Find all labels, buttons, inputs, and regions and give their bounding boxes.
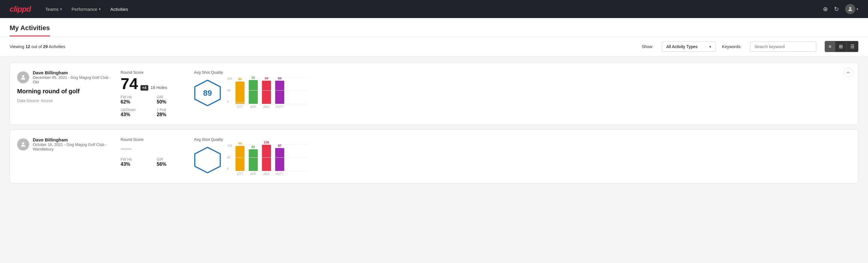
quality-inner: 89 100 50 0 [194,77,308,109]
card-info-2: Dave Billingham October 16, 2021 - Gog M… [17,137,114,176]
x-label-arg: ARG [262,105,271,109]
show-label: Show: [642,44,653,49]
navbar: clippd Teams ▾ Performance ▾ Activities … [0,0,868,18]
card-user-name-2: Dave Billingham [33,137,114,142]
stat-grid-2: FW Hit 43% GIR 56% [121,157,187,167]
bar2-arg-value: 106 [264,141,269,144]
card-round-score-2: Round Score — FW Hit 43% GIR 56% [121,137,187,176]
avatar-chevron: ▾ [857,7,858,11]
hex-container-2 [194,147,221,174]
y-label-100: 100 [227,77,232,80]
search-input[interactable] [750,41,816,52]
score-row-2: — [121,143,187,154]
view-toggle-grid[interactable]: ⊞ [835,41,846,52]
score-value: 74 [121,76,138,91]
card-source: Data Source: Arccos [17,98,114,103]
svg-marker-4 [195,147,220,173]
bar-app-value: 90 [251,76,255,80]
x-label-app: APP [249,105,258,109]
stat-gir: GIR 50% [157,95,187,105]
grid-icon: ⊞ [839,43,843,49]
hex-container: 89 [194,80,221,107]
card-user-row: Dave Billingham December 05, 2021 - Gog … [17,70,114,84]
add-icon[interactable]: ⊕ [823,5,828,12]
card-edit-button[interactable]: ✏ [844,68,853,77]
user-avatar [845,4,856,14]
round-score-label-2: Round Score [121,137,187,142]
page-header: My Activities [0,18,868,37]
edit-icon: ✏ [847,70,850,75]
activity-type-value: All Activity Types [666,44,698,49]
card-shot-quality: Avg Shot Quality 89 100 50 [194,70,308,117]
bar-ott-value: 85 [238,77,242,81]
bar-ott: 85 [236,77,245,104]
viewing-text: Viewing 12 out of 29 Activities [10,44,65,49]
gir-value: 50% [157,99,187,105]
card-user-date-2: October 16, 2021 - Gog Magog Golf Club -… [33,142,114,151]
fw-hit-label: FW Hit [121,95,151,99]
card-info: Dave Billingham December 05, 2021 - Gog … [17,70,114,117]
keywords-label: Keywords: [722,44,741,49]
card-user-row-2: Dave Billingham October 16, 2021 - Gog M… [17,137,114,151]
view-toggles: ≡ ⊞ ☰ [825,41,858,52]
x2-label-app: APP [249,172,258,176]
brand-logo[interactable]: clippd [10,4,31,14]
bar2-app-value: 82 [251,145,255,149]
x2-label-ott: OTT [236,172,245,176]
svg-point-3 [22,142,24,144]
score-value-2: — [121,143,131,154]
bar2-app: 82 [249,145,258,171]
y2-label-0: 0 [227,167,232,171]
1putt-value: 28% [157,112,187,117]
nav-teams-label: Teams [45,7,59,12]
round-score-label: Round Score [121,70,187,75]
list-icon: ☰ [850,43,855,49]
bar2-ott: 94 [236,142,245,171]
card-round-score: Round Score 74 +4 18 Holes FW Hit 62% GI… [121,70,187,117]
main-content: ✏ Dave Billingham December 05, 2021 - Go… [0,57,868,194]
nav-activities-label: Activities [111,7,128,12]
stat-fw-hit: FW Hit 62% [121,95,151,105]
stat-1putt: 1 Putt 28% [157,108,187,117]
card-shot-quality-2: Avg Shot Quality 100 50 0 [194,137,308,176]
activity-card: ✏ Dave Billingham December 05, 2021 - Go… [10,63,858,125]
refresh-icon[interactable]: ↻ [834,5,839,12]
view-toggle-compact[interactable]: ≡ [825,41,835,52]
activity-type-chevron: ▾ [709,44,711,49]
nav-icons-group: ⊕ ↻ ▾ [823,4,858,14]
hex-value: 89 [203,88,212,97]
y-label-50: 50 [227,89,232,92]
filters-bar: Viewing 12 out of 29 Activities Show: Al… [0,37,868,57]
y-label-0: 0 [227,100,232,104]
shot-quality-label: Avg Shot Quality [194,70,308,75]
score-badge: +4 [141,85,148,91]
nav-item-teams[interactable]: Teams ▾ [45,4,62,14]
holes-label: 18 Holes [151,85,167,90]
hex-shape-2 [194,147,221,174]
shot-quality-label-2: Avg Shot Quality [194,137,308,142]
nav-item-activities[interactable]: Activities [111,4,128,14]
updown-label: Up/Down [121,108,151,112]
1putt-label: 1 Putt [157,108,187,112]
nav-item-performance[interactable]: Performance ▾ [71,4,101,14]
activity-type-select[interactable]: All Activity Types ▾ [662,41,716,52]
card-title: Morning round of golf [17,88,114,95]
x2-label-putt: PUTT [275,172,284,176]
x-label-putt: PUTT [275,105,284,109]
updown-value: 43% [121,112,151,117]
card-user-name: Dave Billingham [33,70,114,75]
stat-grid: FW Hit 62% GIR 50% Up/Down 43% 1 Putt 28… [121,95,187,117]
bar-chart-2: 100 50 0 94 82 [227,144,308,176]
bar2-arg: 106 [262,141,271,171]
fw-hit-value: 62% [121,99,151,105]
card-avatar [17,71,29,83]
nav-performance-chevron: ▾ [99,7,101,11]
bar-chart: 100 50 0 85 [227,77,308,109]
y2-label-50: 50 [227,156,232,159]
bar-app: 90 [249,76,258,104]
user-avatar-wrapper[interactable]: ▾ [845,4,858,14]
stat-gir-2: GIR 56% [157,157,187,167]
y2-label-100: 100 [227,144,232,147]
card-user-info: Dave Billingham December 05, 2021 - Gog … [33,70,114,84]
view-toggle-list[interactable]: ☰ [846,41,858,52]
